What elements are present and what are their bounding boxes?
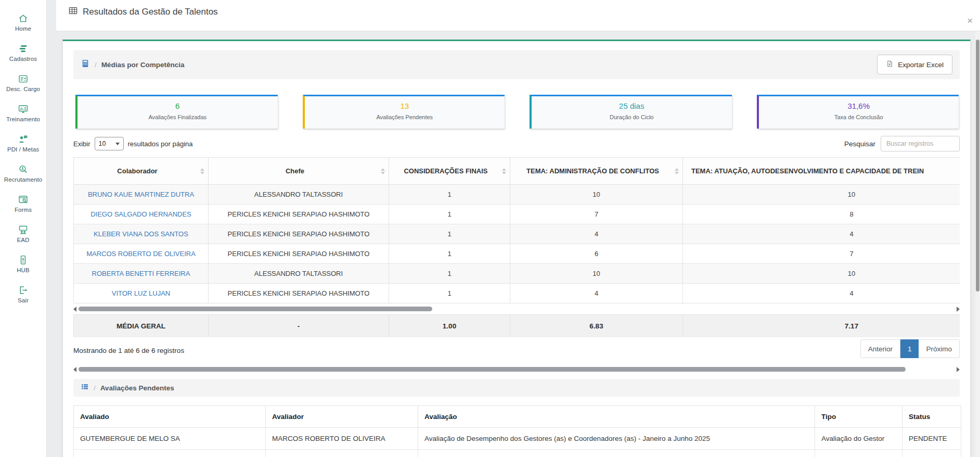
colaborador-link[interactable]: MARCOS ROBERTO DE OLIVEIRA bbox=[74, 244, 209, 264]
sidebar-item-ead[interactable]: EAD bbox=[0, 219, 46, 249]
sidebar-item-label: Forms bbox=[15, 207, 32, 213]
status-badge: PENDENTE bbox=[902, 428, 961, 450]
search-label: Pesquisar bbox=[844, 140, 875, 148]
table-row: GUTEMBERGUE DE MELO SA MARCOS ROBERTO DE… bbox=[74, 428, 961, 450]
colaborador-link[interactable]: DIEGO SALGADO HERNANDES bbox=[74, 205, 209, 224]
sidebar-item-label: Cadastros bbox=[9, 56, 37, 62]
vertical-scrollbar-thumb[interactable] bbox=[976, 40, 979, 291]
medias-section-header: / Médias por Competência Exportar Excel bbox=[73, 50, 960, 79]
competencias-table: Colaborador Chefe CONSIDERAÇÕES FINAIS T… bbox=[73, 157, 960, 303]
column-header-chefe[interactable]: Chefe bbox=[209, 158, 389, 185]
stat-value: 31,6% bbox=[847, 101, 870, 110]
person-chat-icon bbox=[18, 134, 29, 145]
column-header-consideracoes-finais[interactable]: CONSIDERAÇÕES FINAIS bbox=[389, 158, 510, 185]
media-geral-row-viewport: MÉDIA GERAL - 1.00 6.83 7.17 bbox=[73, 314, 960, 337]
pendentes-table-viewport: Avaliado Avaliador Avaliação Tipo Status… bbox=[73, 405, 960, 457]
scroll-left-icon[interactable] bbox=[73, 307, 76, 312]
table-row: ROBERTA BENETTI FERREIRA ALESSANDRO TALT… bbox=[74, 264, 960, 284]
sidebar-item-cadastros[interactable]: Cadastros bbox=[0, 37, 46, 68]
sidebar-item-label: Desc. Cargo bbox=[6, 86, 40, 92]
sidebar-item-label: Treinamento bbox=[6, 116, 40, 122]
colaborador-link[interactable]: KLEBER VIANA DOS SANTOS bbox=[74, 224, 209, 244]
calculator-icon bbox=[81, 59, 90, 70]
stat-label: Duração do Ciclo bbox=[610, 114, 653, 120]
vertical-scrollbar[interactable] bbox=[975, 31, 980, 457]
stat-cards: 6 Avaliações Finalizadas 13 Avaliações P… bbox=[75, 95, 959, 129]
sidebar-item-hub[interactable]: HUB bbox=[0, 249, 46, 279]
colaborador-link[interactable]: ROBERTA BENETTI FERREIRA bbox=[74, 264, 209, 284]
sidebar-item-label: Home bbox=[15, 26, 31, 32]
colaborador-link[interactable]: VITOR LUZ LUJAN bbox=[74, 284, 209, 303]
colaborador-link[interactable]: BRUNO KAUE MARTINEZ DUTRA bbox=[74, 185, 209, 205]
close-icon[interactable]: × bbox=[967, 16, 973, 26]
sort-icon[interactable] bbox=[381, 168, 385, 174]
list-bars-icon bbox=[18, 43, 29, 54]
table-controls: Exibir 10 resultados por página Pesquisa… bbox=[73, 135, 960, 153]
sidebar-item-label: Sair bbox=[18, 297, 29, 303]
sidebar-item-treinamento[interactable]: Treinamento bbox=[0, 98, 46, 128]
sidebar-item-desc-cargo[interactable]: Desc. Cargo bbox=[0, 68, 46, 98]
sort-icon[interactable] bbox=[200, 168, 204, 174]
sidebar-item-recrutamento[interactable]: Recrutamento bbox=[0, 158, 46, 188]
column-header-avaliador[interactable]: Avaliador bbox=[266, 406, 418, 428]
sidebar-item-sair[interactable]: Sair bbox=[0, 279, 46, 309]
search-input[interactable] bbox=[881, 136, 960, 151]
column-header-tema-conflitos[interactable]: TEMA: ADMINISTRAÇÃO DE CONFLITOS bbox=[510, 158, 683, 185]
table-info: Mostrando de 1 até 6 de 6 registros bbox=[73, 347, 184, 354]
horizontal-scrollbar-thumb[interactable] bbox=[79, 367, 906, 372]
column-header-tipo[interactable]: Tipo bbox=[815, 406, 902, 428]
search-person-icon bbox=[18, 164, 29, 175]
scroll-right-icon[interactable] bbox=[957, 307, 960, 312]
table-row: KLEBER VIANA DOS SANTOS PERICLES KENICHI… bbox=[74, 224, 960, 244]
stat-card-avaliacoes-pendentes: 13 Avaliações Pendentes bbox=[303, 95, 505, 129]
home-icon bbox=[18, 13, 29, 24]
sidebar-item-forms[interactable]: Forms bbox=[0, 188, 46, 219]
sign-out-icon bbox=[18, 285, 29, 296]
sidebar-item-home[interactable]: Home bbox=[0, 7, 46, 37]
column-header-status[interactable]: Status bbox=[902, 406, 961, 428]
next-page-button[interactable]: Próximo bbox=[919, 339, 960, 358]
list-icon bbox=[81, 383, 89, 393]
export-excel-label: Exportar Excel bbox=[898, 61, 944, 69]
breadcrumb-separator: / bbox=[94, 384, 96, 392]
current-page-button[interactable]: 1 bbox=[900, 339, 919, 358]
page-length-select[interactable]: 10 bbox=[95, 137, 124, 150]
stat-value: 25 dias bbox=[619, 101, 644, 110]
mobile-person-icon bbox=[18, 255, 29, 265]
page-length-value: 10 bbox=[99, 140, 106, 147]
sort-icon[interactable] bbox=[675, 168, 679, 174]
scroll-right-icon[interactable] bbox=[957, 367, 960, 372]
training-board-icon bbox=[18, 104, 29, 115]
horizontal-scrollbar-bottom[interactable] bbox=[73, 365, 960, 373]
pendentes-table: Avaliado Avaliador Avaliação Tipo Status… bbox=[73, 405, 961, 457]
stat-card-avaliacoes-finalizadas: 6 Avaliações Finalizadas bbox=[75, 95, 278, 129]
scroll-left-icon[interactable] bbox=[73, 367, 76, 372]
stat-label: Avaliações Pendentes bbox=[376, 114, 433, 120]
breadcrumb-separator: / bbox=[95, 61, 97, 69]
topbar: Resultados da Gestão de Talentos bbox=[56, 0, 980, 31]
sidebar: Home Cadastros Desc. Cargo Treinamento P… bbox=[0, 0, 47, 457]
main-panel: / Médias por Competência Exportar Excel … bbox=[62, 40, 971, 457]
classroom-icon bbox=[18, 224, 29, 235]
chevron-down-icon bbox=[115, 143, 120, 145]
horizontal-scrollbar-thumb[interactable] bbox=[79, 307, 432, 311]
pendentes-section-header: / Avaliações Pendentes bbox=[73, 379, 960, 397]
stat-value: 13 bbox=[400, 101, 409, 110]
pagination: Anterior 1 Próximo bbox=[860, 339, 960, 358]
sidebar-item-pdi-metas[interactable]: PDI / Metas bbox=[0, 128, 46, 158]
media-geral-row: MÉDIA GERAL - 1.00 6.83 7.17 bbox=[73, 314, 960, 337]
sort-icon[interactable] bbox=[502, 168, 506, 174]
column-header-tema-atuacao[interactable]: TEMA: ATUAÇÃO, AUTODESENVOLVIMENTO E CAP… bbox=[683, 158, 960, 185]
sidebar-item-label: HUB bbox=[17, 267, 30, 273]
excel-file-icon bbox=[886, 60, 894, 69]
sidebar-item-label: PDI / Metas bbox=[7, 146, 39, 153]
column-header-avaliacao[interactable]: Avaliação bbox=[418, 406, 815, 428]
column-header-colaborador[interactable]: Colaborador bbox=[74, 158, 209, 185]
export-excel-button[interactable]: Exportar Excel bbox=[877, 55, 952, 74]
table-row: BRUNO KAUE MARTINEZ DUTRA ALESSANDRO TAL… bbox=[74, 185, 960, 205]
length-suffix-label: resultados por página bbox=[128, 140, 193, 148]
table-row: DIEGO SALGADO HERNANDES PERICLES KENICHI… bbox=[74, 205, 960, 224]
horizontal-scrollbar-top[interactable] bbox=[73, 305, 960, 313]
column-header-avaliado[interactable]: Avaliado bbox=[74, 406, 266, 428]
previous-page-button[interactable]: Anterior bbox=[860, 339, 900, 358]
